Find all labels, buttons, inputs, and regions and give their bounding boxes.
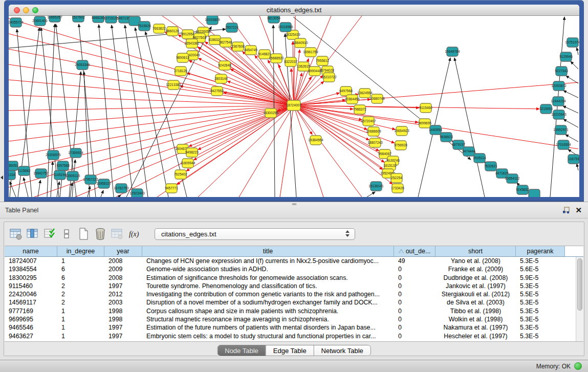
graph-node[interactable]: 8860128	[166, 27, 179, 36]
graph-node[interactable]: 252254	[391, 173, 402, 183]
scrollbar-thumb[interactable]	[577, 258, 582, 311]
graph-node[interactable]: 7857224	[225, 23, 238, 32]
graph-node[interactable]: 17359924	[68, 148, 83, 158]
graph-node[interactable]: 9457771	[165, 184, 178, 193]
graph-node[interactable]: 8454749	[244, 46, 257, 55]
collapsed-panel-arrow-icon[interactable]	[1, 176, 3, 180]
table-row[interactable]: 1830029562008Estimation of significance …	[5, 274, 576, 282]
column-header-out_de[interactable]: out_de...	[394, 246, 435, 256]
graph-node[interactable]	[529, 189, 540, 197]
table-row[interactable]: 1872400712008Changes of HCN gene express…	[5, 257, 576, 265]
column-header-short[interactable]: short	[435, 246, 516, 256]
graph-node[interactable]: 16033809	[205, 16, 220, 25]
column-header-title[interactable]: title	[142, 246, 394, 256]
graph-node[interactable]: 15992971	[553, 125, 569, 135]
table-row[interactable]: 946554611997Estimation of the future num…	[5, 323, 576, 332]
graph-node[interactable]: 9699695	[418, 119, 431, 128]
close-panel-icon[interactable]: ✕	[575, 205, 582, 216]
graph-node[interactable]: 16958107	[96, 179, 112, 188]
graph-node[interactable]: 29053346	[75, 60, 90, 70]
delete-table-icon[interactable]	[93, 227, 108, 241]
network-canvas[interactable]: 1872400776638228860128891295418226058982…	[9, 16, 579, 197]
graph-node[interactable]: 9890613	[176, 53, 189, 62]
graph-node[interactable]: 8813054	[267, 16, 280, 23]
graph-node[interactable]: 9827548	[219, 38, 232, 47]
graph-node[interactable]: 2803144	[214, 74, 228, 83]
graph-node[interactable]: 12444194	[551, 97, 566, 106]
graph-node[interactable]: 9474444	[462, 147, 475, 156]
graph-node[interactable]: 9227343	[555, 67, 568, 76]
graph-node[interactable]: 7515526	[138, 21, 151, 31]
graph-node[interactable]: 12093872	[551, 81, 567, 91]
graph-node[interactable]: 12923443	[129, 189, 145, 197]
graph-node[interactable]: 18724007	[286, 100, 301, 111]
table-row[interactable]: 969969511998Structural magnetic resonanc…	[5, 315, 576, 323]
float-panel-icon[interactable]	[562, 207, 570, 214]
table-row[interactable]: 1938455462009Genome-wide association stu…	[5, 265, 576, 273]
graph-node[interactable]: 11609944	[181, 159, 195, 168]
graph-node[interactable]: 8322037	[284, 57, 297, 67]
row-height-icon[interactable]	[59, 227, 74, 241]
graph-node[interactable]: 1440954	[429, 125, 442, 135]
toggle-column-icon[interactable]	[25, 227, 40, 241]
column-header-in_degree[interactable]: in_degree	[57, 246, 104, 256]
graph-node[interactable]: 1733426	[391, 184, 404, 193]
column-header-year[interactable]: year	[104, 246, 142, 256]
graph-node[interactable]: 16782753	[114, 184, 129, 193]
table-row[interactable]: 946362711997Embryonic stem cells: a mode…	[5, 332, 576, 340]
graph-node[interactable]: 9397588	[56, 161, 70, 170]
tab-edge-table[interactable]: Edge Table	[266, 345, 314, 356]
graph-node[interactable]: 10680748	[369, 94, 385, 103]
new-table-icon[interactable]	[76, 227, 91, 241]
graph-node[interactable]: 19384554	[308, 136, 323, 145]
graph-node[interactable]: 16961758	[303, 48, 318, 57]
table-selector-dropdown[interactable]: citations_edges.txt	[155, 228, 355, 240]
graph-node[interactable]: 2367608	[231, 42, 245, 51]
function-builder-icon[interactable]: f(x)	[126, 227, 142, 241]
graph-node[interactable]: 18300295	[263, 108, 278, 118]
graph-node[interactable]: 18640910	[293, 38, 308, 48]
graph-node[interactable]: 15720407	[361, 117, 376, 126]
graph-node[interactable]: 391334	[9, 170, 15, 180]
graph-node[interactable]: 9756928	[394, 141, 407, 150]
graph-node[interactable]: 12213383	[166, 80, 181, 90]
table-row[interactable]: 1456911722003Disruption of a novel membe…	[5, 298, 576, 307]
graph-node[interactable]: 1115682	[18, 166, 31, 176]
graph-node[interactable]: 9498223	[185, 148, 199, 157]
graph-node[interactable]: 9242848	[218, 61, 231, 70]
select-rows-icon[interactable]	[42, 227, 57, 241]
graph-node[interactable]: 7625402	[174, 170, 187, 179]
graph-node[interactable]: 15751074	[565, 38, 579, 47]
graph-node[interactable]: 15688520	[269, 54, 284, 63]
table-row[interactable]: 2242004622012Investigating the contribut…	[5, 290, 576, 298]
splitter-handle[interactable]	[292, 203, 297, 205]
graph-node[interactable]: 1527602	[72, 16, 85, 22]
graph-node[interactable]: 18807243	[367, 138, 383, 147]
graph-node[interactable]: 8990448	[308, 67, 321, 76]
graph-node[interactable]: 2718126	[174, 67, 187, 76]
table-row[interactable]: 911546021997Tourette syndrome. Phenomeno…	[5, 282, 576, 290]
graph-node[interactable]: 3215953	[539, 104, 553, 114]
graph-node[interactable]: 15136141	[368, 182, 384, 191]
graph-node[interactable]: 19218986	[278, 23, 293, 32]
graph-node[interactable]: 16648784	[445, 47, 460, 56]
graph-node[interactable]: 13624554	[357, 89, 373, 98]
graph-node[interactable]: 8466160	[92, 16, 105, 23]
graph-node[interactable]: 10655257	[47, 16, 62, 22]
graph-node[interactable]: 24055724	[9, 18, 24, 27]
graph-node[interactable]: 17016504	[556, 140, 571, 149]
graph-node[interactable]: 9245652	[516, 185, 529, 194]
graph-node[interactable]: 19654923	[394, 126, 409, 136]
graph-node[interactable]: 16210643	[551, 110, 567, 119]
tab-network-table[interactable]: Network Table	[314, 345, 371, 356]
column-header-name[interactable]: name	[5, 246, 57, 256]
graph-node[interactable]: 135051	[9, 161, 18, 170]
graph-node[interactable]: 9427552	[210, 86, 224, 96]
graph-node[interactable]: 20691406	[32, 16, 48, 26]
graph-node[interactable]: 7986372	[353, 105, 366, 114]
graph-node[interactable]: 7632621	[484, 162, 497, 171]
graph-node[interactable]: 13505115	[66, 171, 80, 181]
graph-node[interactable]: 15942757	[33, 169, 49, 178]
graph-node[interactable]: 10688609	[366, 127, 381, 136]
graph-node[interactable]: 20364456	[344, 95, 360, 104]
